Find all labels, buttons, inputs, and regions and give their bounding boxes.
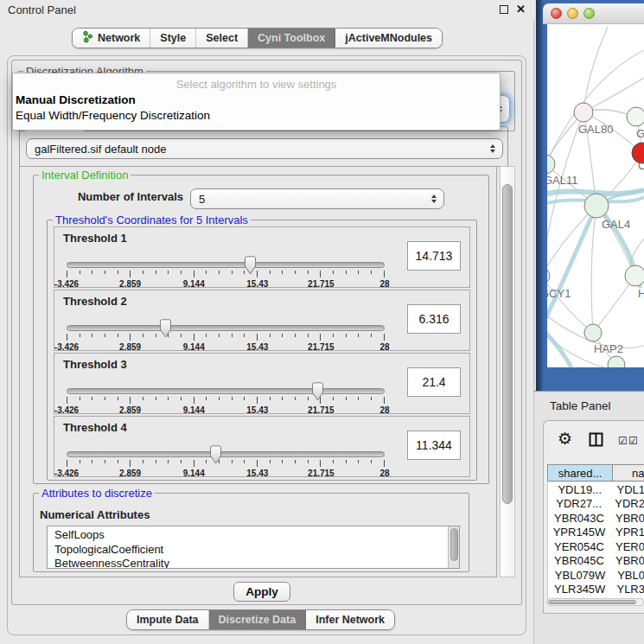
threshold-panel: Threshold 1 -3.4262.8599.14415.4321.7152… bbox=[54, 226, 470, 288]
bottom-tab-impute-data[interactable]: Impute Data bbox=[127, 610, 209, 629]
tab-cyni-toolbox[interactable]: Cyni Toolbox bbox=[248, 29, 335, 48]
tick-mark bbox=[168, 460, 169, 463]
columns-icon[interactable] bbox=[589, 432, 603, 447]
network-edge-highlighted[interactable] bbox=[547, 206, 596, 325]
tick-mark bbox=[105, 271, 105, 274]
threshold-slider[interactable]: -3.4262.8599.14415.4321.71528 bbox=[67, 451, 385, 477]
tab-label: Cyni Toolbox bbox=[258, 32, 325, 44]
minimize-window-icon[interactable] bbox=[567, 8, 578, 19]
threshold-value-field[interactable]: 14.713 bbox=[407, 241, 461, 271]
table-row[interactable]: YBL079WYBL0 bbox=[548, 568, 644, 583]
tick-mark bbox=[67, 460, 67, 467]
network-node[interactable] bbox=[627, 107, 644, 126]
cell-name: YER0 bbox=[610, 540, 644, 553]
main-scrollbar[interactable] bbox=[500, 166, 515, 577]
table-row[interactable]: YPR145WYPR1 bbox=[548, 526, 644, 540]
table-header-row: shared... na bbox=[547, 464, 644, 481]
threshold-value-field[interactable]: 11.344 bbox=[407, 430, 461, 460]
algorithm-option-0[interactable]: Manual Discretization bbox=[16, 93, 136, 106]
gear-icon[interactable]: ⚙ bbox=[558, 430, 572, 448]
table-row[interactable]: YDL19...YDL1 bbox=[548, 482, 644, 497]
tick-mark bbox=[118, 271, 118, 274]
tab-style[interactable]: Style bbox=[150, 29, 196, 48]
tick-mark bbox=[358, 397, 359, 400]
tick-mark bbox=[130, 271, 131, 277]
attribute-list-item[interactable]: SelfLoops bbox=[54, 528, 459, 543]
bottom-tab-infer-network[interactable]: Infer Network bbox=[306, 610, 394, 629]
tick-mark bbox=[67, 271, 67, 277]
network-canvas[interactable]: GAL80GACGAL11GAL4GCY1HHAP2 bbox=[547, 24, 644, 367]
tick-mark bbox=[282, 334, 283, 337]
threshold-label: Threshold 3 bbox=[63, 358, 127, 371]
list-scrollbar[interactable] bbox=[448, 526, 459, 568]
network-graph[interactable]: GAL80GACGAL11GAL4GCY1HHAP2 bbox=[547, 24, 644, 367]
table-horizontal-scrollbar[interactable] bbox=[546, 598, 644, 606]
number-of-intervals-combo[interactable]: 5 bbox=[190, 188, 444, 209]
cell-name: YLR3 bbox=[611, 583, 644, 596]
tick-label: 28 bbox=[379, 342, 389, 352]
algorithm-option-1[interactable]: Equal Width/Frequency Discretization bbox=[16, 109, 210, 122]
tab-network[interactable]: Network bbox=[73, 29, 150, 48]
apply-button[interactable]: Apply bbox=[233, 582, 290, 602]
tick-mark bbox=[384, 334, 385, 341]
tick-label: 28 bbox=[379, 405, 389, 415]
checkbox-icon[interactable]: ☑ bbox=[628, 436, 638, 446]
tick-label: 28 bbox=[379, 469, 389, 478]
threshold-value-field[interactable]: 21.4 bbox=[407, 367, 461, 397]
tick-mark bbox=[384, 271, 385, 277]
list-scrollbar-thumb[interactable] bbox=[450, 528, 458, 561]
close-icon[interactable]: ✕ bbox=[516, 2, 526, 17]
network-edge[interactable] bbox=[547, 50, 644, 164]
tick-label: 9.144 bbox=[183, 279, 205, 289]
slider-track[interactable] bbox=[67, 388, 385, 394]
tick-mark bbox=[181, 460, 182, 463]
tick-mark bbox=[358, 271, 359, 274]
table-data-combo[interactable]: galFiltered.sif default node bbox=[26, 138, 503, 159]
slider-track[interactable] bbox=[67, 451, 385, 457]
network-node[interactable] bbox=[547, 267, 550, 284]
column-header-shared[interactable]: shared... bbox=[548, 465, 613, 481]
numerical-attributes-list[interactable]: SelfLoopsTopologicalCoefficientBetweenne… bbox=[47, 526, 460, 569]
network-node[interactable] bbox=[574, 103, 593, 122]
slider-track[interactable] bbox=[67, 262, 385, 268]
tab-jactivemnodules[interactable]: jActiveMNodules bbox=[335, 29, 442, 48]
tick-mark bbox=[194, 460, 194, 467]
tick-mark bbox=[270, 397, 271, 400]
tick-label: 2.859 bbox=[119, 342, 141, 352]
table-row[interactable]: YER054CYER0 bbox=[548, 539, 644, 554]
cell-name: YBL0 bbox=[612, 569, 644, 582]
float-window-icon[interactable] bbox=[500, 5, 508, 14]
node-label: HAP2 bbox=[594, 342, 623, 355]
threshold-slider[interactable]: -3.4262.8599.14415.4321.71528 bbox=[67, 262, 385, 288]
tick-mark bbox=[194, 334, 194, 341]
attribute-list-item[interactable]: TopologicalCoefficient bbox=[54, 543, 459, 558]
threshold-stack: Threshold 1 -3.4262.8599.14415.4321.7152… bbox=[54, 226, 470, 479]
table-row[interactable]: YDR27...YDR2 bbox=[548, 497, 644, 512]
tick-mark bbox=[371, 271, 372, 274]
network-edge-highlighted[interactable] bbox=[547, 322, 571, 367]
table-row[interactable]: YBR045CYBR0 bbox=[548, 554, 644, 569]
tick-mark bbox=[320, 460, 321, 467]
close-window-icon[interactable] bbox=[551, 8, 562, 19]
attribute-list-item[interactable]: BetweennessCentrality bbox=[54, 557, 459, 569]
checkbox-icon[interactable]: ☑ bbox=[618, 436, 628, 446]
table-row[interactable]: YBR043CYBR0 bbox=[548, 511, 644, 526]
network-edge[interactable] bbox=[583, 27, 608, 112]
threshold-slider[interactable]: -3.4262.8599.14415.4321.71528 bbox=[67, 325, 385, 351]
top-tab-bar: NetworkStyleSelectCyni ToolboxjActiveMNo… bbox=[72, 28, 443, 48]
network-edge[interactable] bbox=[591, 206, 596, 333]
column-header-name[interactable]: na bbox=[613, 465, 644, 481]
threshold-value-field[interactable]: 6.316 bbox=[407, 304, 461, 334]
tab-select[interactable]: Select bbox=[196, 29, 248, 48]
main-scrollbar-thumb[interactable] bbox=[502, 184, 513, 504]
zoom-window-icon[interactable] bbox=[583, 8, 595, 19]
cell-shared-name: YER054C bbox=[548, 540, 610, 553]
bottom-tab-discretize-data[interactable]: Discretize Data bbox=[209, 610, 307, 629]
network-node[interactable] bbox=[625, 265, 644, 286]
network-node[interactable] bbox=[584, 194, 609, 218]
threshold-slider[interactable]: -3.4262.8599.14415.4321.71528 bbox=[67, 388, 385, 414]
table-row[interactable]: YLR345WYLR3 bbox=[548, 583, 644, 597]
network-node[interactable] bbox=[584, 324, 602, 341]
slider-track[interactable] bbox=[67, 325, 385, 331]
table-hscroll-thumb[interactable] bbox=[548, 600, 636, 604]
